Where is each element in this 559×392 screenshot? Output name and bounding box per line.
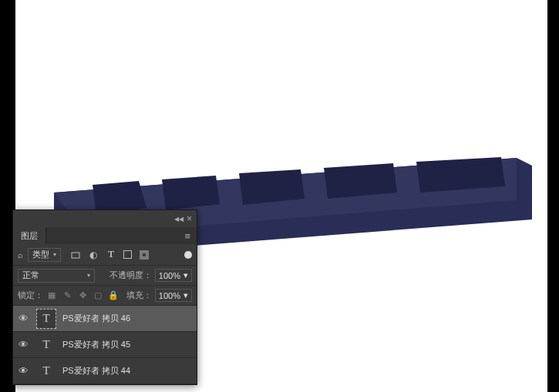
lock-pixels-icon[interactable]: ✎ (62, 290, 72, 300)
filter-type-icon[interactable]: T (106, 250, 116, 260)
lock-icons: ▦ ✎ ✥ ▢ 🔒 (46, 290, 119, 300)
layer-row[interactable]: 👁 T PS爱好者 拷贝 44 (13, 358, 197, 384)
chevron-down-icon: ▾ (184, 290, 188, 300)
fill-value: 100% (159, 291, 180, 300)
blend-mode-value: 正常 (22, 270, 39, 281)
lock-position-icon[interactable]: ✥ (77, 290, 88, 300)
visibility-icon[interactable]: 👁 (16, 365, 30, 377)
layer-thumb-type-icon: T (36, 335, 56, 355)
filter-type-dropdown[interactable]: 类型 ▾ (28, 248, 61, 262)
filter-smart-icon[interactable] (139, 250, 150, 260)
svg-marker-5 (324, 163, 397, 199)
chevron-down-icon: ▾ (87, 272, 90, 279)
lock-all-icon[interactable]: 🔒 (108, 290, 119, 300)
filter-shape-icon[interactable] (123, 250, 132, 259)
lock-label: 锁定： (18, 290, 43, 301)
layers-panel: ◀◀ × 图层 ≡ ⌕ 类型 ▾ ◐ T 正常 ▾ 不透明度： 100% ▾ (12, 209, 197, 385)
svg-rect-9 (142, 253, 146, 257)
blend-mode-dropdown[interactable]: 正常 ▾ (18, 269, 95, 283)
svg-marker-3 (162, 176, 220, 210)
layer-name: PS爱好者 拷贝 46 (62, 313, 130, 324)
fill-label: 填充： (126, 290, 152, 301)
lock-row: 锁定： ▦ ✎ ✥ ▢ 🔒 填充： 100% ▾ (13, 286, 197, 306)
filter-type-label: 类型 (32, 249, 49, 260)
fill-input[interactable]: 100% ▾ (155, 289, 192, 302)
panel-tabs: 图层 ≡ (13, 227, 197, 244)
lock-transparent-icon[interactable]: ▦ (46, 290, 57, 300)
layer-thumb-type-icon: T (36, 309, 56, 329)
svg-rect-7 (72, 253, 79, 258)
layer-row[interactable]: 👁 T PS爱好者 拷贝 46 (13, 306, 197, 332)
visibility-icon[interactable]: 👁 (16, 339, 30, 350)
filter-toggle[interactable] (184, 251, 192, 259)
visibility-icon[interactable]: 👁 (16, 313, 30, 324)
lock-artboard-icon[interactable]: ▢ (93, 290, 103, 300)
svg-marker-4 (239, 169, 305, 205)
layer-row[interactable]: 👁 T PS爱好者 拷贝 45 (13, 332, 197, 358)
blend-row: 正常 ▾ 不透明度： 100% ▾ (13, 266, 197, 286)
filter-icons: ◐ T (70, 250, 150, 260)
panel-menu-icon[interactable]: ≡ (178, 227, 197, 244)
layers-list: 👁 T PS爱好者 拷贝 46 👁 T PS爱好者 拷贝 45 👁 T PS爱好… (13, 306, 197, 384)
layer-thumb-type-icon: T (36, 361, 56, 381)
filter-row: ⌕ 类型 ▾ ◐ T (13, 244, 197, 266)
opacity-input[interactable]: 100% ▾ (155, 269, 192, 282)
collapse-icon[interactable]: ◀◀ (174, 216, 184, 223)
panel-titlebar: ◀◀ × (13, 210, 197, 227)
opacity-label: 不透明度： (109, 270, 152, 281)
svg-marker-6 (416, 157, 505, 193)
search-icon: ⌕ (18, 250, 23, 260)
tab-layers[interactable]: 图层 (13, 227, 46, 244)
layer-name: PS爱好者 拷贝 45 (62, 339, 130, 350)
opacity-value: 100% (159, 271, 180, 280)
filter-pixel-icon[interactable] (70, 250, 81, 260)
close-icon[interactable]: × (187, 213, 192, 224)
chevron-down-icon: ▾ (53, 251, 56, 258)
filter-adjust-icon[interactable]: ◐ (88, 250, 99, 260)
chevron-down-icon: ▾ (184, 270, 188, 280)
layer-name: PS爱好者 拷贝 44 (62, 365, 130, 377)
